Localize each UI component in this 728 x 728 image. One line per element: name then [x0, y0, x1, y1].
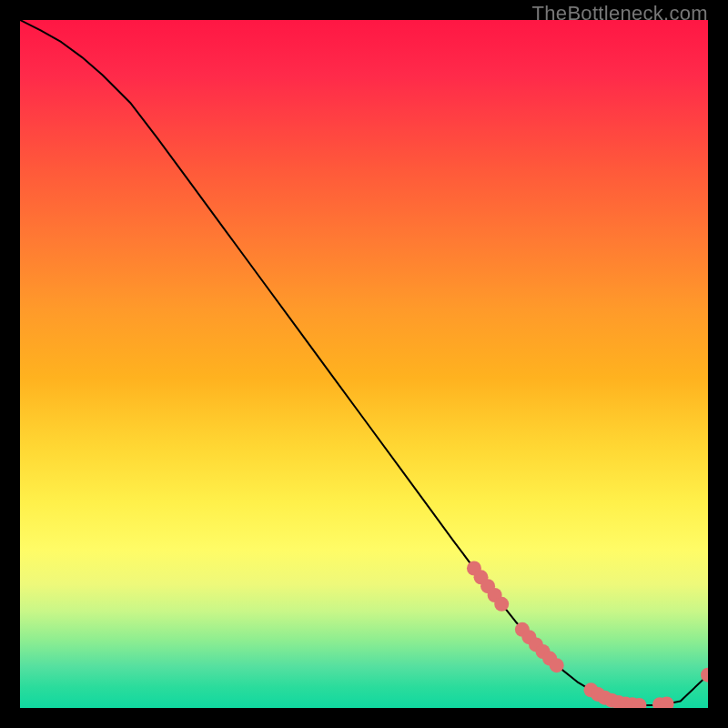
- chart-container: TheBottleneck.com: [0, 0, 728, 728]
- plot-area: [20, 20, 708, 708]
- curve-line: [20, 20, 708, 705]
- marker-group: [467, 561, 708, 708]
- data-marker: [550, 658, 564, 672]
- data-marker: [494, 597, 509, 612]
- chart-svg: [20, 20, 708, 708]
